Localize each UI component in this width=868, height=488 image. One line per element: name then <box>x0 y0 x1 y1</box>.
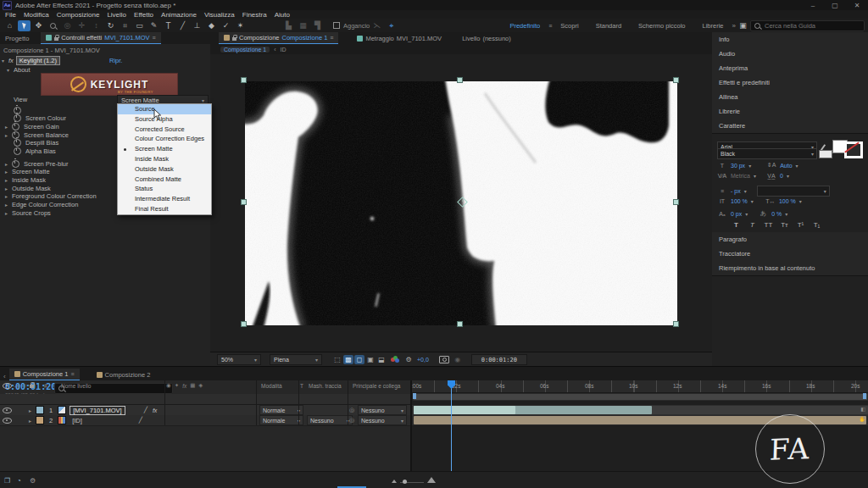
menu-aiuto[interactable]: Aiuto <box>275 11 290 19</box>
selection-handle[interactable] <box>241 77 247 83</box>
menu-composizione[interactable]: Composizione <box>57 11 100 19</box>
minimize-button[interactable]: – <box>802 0 824 10</box>
stroke-style-select[interactable]: ▾ <box>757 186 830 197</box>
panel-anteprima[interactable]: Anteprima <box>712 61 868 76</box>
menu-item-final-result[interactable]: Final Result <box>118 204 211 214</box>
workspace-menu-icon[interactable]: ≡ <box>548 23 552 29</box>
superscript-button[interactable]: T¹ <box>795 220 806 230</box>
layer-color-chip[interactable] <box>36 416 44 424</box>
twirl-right-icon[interactable]: ▸ <box>29 408 36 413</box>
panel-allinea[interactable]: Allinea <box>712 90 868 105</box>
menu-finestra[interactable]: Finestra <box>242 11 267 19</box>
collapse-column-icon[interactable]: ✦ <box>175 382 179 389</box>
timeline-zoom-knob[interactable] <box>403 480 407 484</box>
blur-column-icon[interactable]: ◈ <box>198 382 203 389</box>
work-area-end-handle[interactable] <box>863 393 866 399</box>
snap-toggle[interactable]: Aggancio <box>333 22 370 30</box>
puppet-pin-tool-icon[interactable]: ✶ <box>234 20 247 31</box>
reset-effect-link[interactable]: Ripr. <box>109 57 122 64</box>
panel-menu-icon[interactable]: ≡ <box>330 35 333 41</box>
selection-handle[interactable] <box>457 77 463 83</box>
workspace-bar-icon[interactable]: ▣ <box>737 20 749 31</box>
workspace-overflow-chevron[interactable]: » <box>732 22 736 30</box>
twirl-right-icon[interactable]: ▸ <box>5 193 12 199</box>
exposure-value[interactable]: +0,0 <box>417 357 429 363</box>
panel-tracciatore[interactable]: Tracciatore <box>712 247 868 262</box>
exposure-gear-icon[interactable]: ⚙ <box>403 355 414 364</box>
eye-icon[interactable] <box>3 408 12 413</box>
faux-italic-button[interactable]: T <box>747 220 758 230</box>
graph-editor-toggle-icon[interactable]: ⚙ <box>30 477 36 485</box>
rotate-tool-icon[interactable]: ↻ <box>104 20 117 31</box>
menu-modifica[interactable]: Modifica <box>24 11 49 19</box>
small-caps-button[interactable]: Tᴛ <box>779 220 790 230</box>
transparency-grid-icon[interactable]: ▩ <box>343 355 353 364</box>
all-caps-button[interactable]: TT <box>763 220 774 230</box>
fx-column-icon[interactable]: fx <box>182 383 186 389</box>
panel-audio[interactable]: Audio <box>712 47 868 62</box>
close-button[interactable]: ✕ <box>846 0 868 10</box>
clone-stamp-tool-icon[interactable]: ⊥ <box>191 20 203 31</box>
lock-column-icon[interactable] <box>30 385 34 388</box>
solo-column-icon[interactable]: ○ <box>24 383 27 388</box>
quality-switch[interactable]: ╱ <box>139 417 142 424</box>
comp-marker-icon[interactable]: ◧ <box>860 406 865 412</box>
twirl-right-icon[interactable]: ▸ <box>5 124 12 130</box>
mask-visibility-icon[interactable]: ◻ <box>354 355 364 364</box>
zoom-out-mountain-icon[interactable] <box>392 480 397 483</box>
rulers-icon[interactable]: ⬓ <box>376 355 387 364</box>
selection-handle[interactable] <box>241 199 247 205</box>
menu-item-source-alpha[interactable]: Source Alpha <box>118 114 211 125</box>
eraser-tool-icon[interactable]: ◆ <box>205 20 218 31</box>
font-size-value[interactable]: 30 px <box>731 163 745 169</box>
twirl-down-icon[interactable]: ▾ <box>7 67 14 73</box>
twirl-right-icon[interactable]: ▸ <box>5 210 12 216</box>
menu-item-status[interactable]: Status <box>118 184 211 194</box>
brush-tool-icon[interactable]: ╱ <box>176 20 189 31</box>
tracking-value[interactable]: 0 <box>780 173 783 179</box>
mini-fill-swatch[interactable] <box>819 150 832 158</box>
layer-name[interactable]: [ID] <box>70 417 85 424</box>
track-matte-select[interactable]: Nessuno▾ <box>307 415 353 425</box>
zoom-tool-icon[interactable] <box>47 20 59 31</box>
panel-collapse-chevron[interactable]: ‹ <box>3 373 6 380</box>
subscript-button[interactable]: T₁ <box>811 220 822 230</box>
workspace-librerie[interactable]: Librerie <box>703 22 724 30</box>
snap-checkbox[interactable] <box>333 22 340 29</box>
twirl-down-icon[interactable]: ▾ <box>2 58 8 64</box>
work-area-bar[interactable] <box>413 393 868 401</box>
faux-bold-button[interactable]: T <box>731 220 742 230</box>
magnification-dropdown[interactable]: 50%▾ <box>217 354 261 365</box>
menu-item-combined-matte[interactable]: Combined Matte <box>118 175 211 185</box>
blend-mode-select[interactable]: Normale▾ <box>259 415 303 425</box>
tab-composizione[interactable]: Composizione Composizione 1 ≡ <box>219 32 338 44</box>
viewer-canvas[interactable] <box>210 54 712 352</box>
eye-icon[interactable] <box>3 418 12 424</box>
section-divider[interactable] <box>410 380 412 471</box>
tsume-value[interactable]: 0 % <box>771 211 782 217</box>
axis-mode-icon[interactable]: ⌖ <box>385 20 398 31</box>
selection-handle[interactable] <box>241 321 247 327</box>
menu-effetto[interactable]: Effetto <box>134 11 153 19</box>
guides-icon[interactable]: ▣ <box>365 355 376 364</box>
audio-column-icon[interactable]: ◁᛫ <box>14 383 21 389</box>
tab-composizione-1[interactable]: Composizione 1 ≡ <box>9 369 80 380</box>
panel-riempimento[interactable]: Riempimento in base al contenuto <box>712 261 868 276</box>
workspace-standard[interactable]: Standard <box>596 22 621 30</box>
twirl-right-icon[interactable]: ▸ <box>5 161 12 167</box>
motion-blur-toggle-icon[interactable]: ◔ <box>17 477 21 485</box>
twirl-right-icon[interactable]: ▸ <box>5 169 12 175</box>
selection-tool-icon[interactable] <box>18 20 31 31</box>
time-ruler[interactable] <box>411 380 868 393</box>
twirl-right-icon[interactable]: ▸ <box>5 202 12 208</box>
help-search-input[interactable] <box>763 21 851 30</box>
tab-composizione-2[interactable]: Composizione 2 <box>92 369 156 380</box>
stroke-width-value[interactable]: - px <box>731 188 741 194</box>
effect-name[interactable]: Keylight (1.2) <box>16 56 60 65</box>
layer-name-selected[interactable]: [MVI_7101.MOV] <box>70 406 125 415</box>
leading-value[interactable]: Auto <box>780 163 792 169</box>
video-column-icon[interactable] <box>3 383 12 389</box>
zoom-in-mountain-icon[interactable] <box>427 477 436 483</box>
pen-tool-icon[interactable]: ✎ <box>147 20 160 31</box>
menu-visualizza[interactable]: Visualizza <box>204 11 235 19</box>
